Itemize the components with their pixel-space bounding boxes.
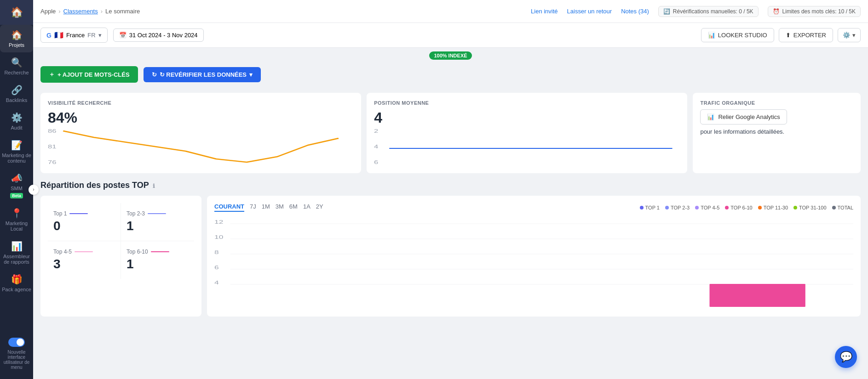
top23-value: 1 <box>126 219 189 233</box>
sidebar-collapse-toggle[interactable]: › <box>29 185 39 195</box>
breadcrumb-sep-1: › <box>58 8 60 15</box>
svg-text:10: 10 <box>214 235 223 240</box>
sidebar-item-marketing-contenu[interactable]: 📝 Marketing de contenu <box>0 135 33 168</box>
breadcrumb-sommaire[interactable]: Le sommaire <box>105 8 140 15</box>
info-icon: ℹ <box>153 183 155 189</box>
sidebar-item-recherche[interactable]: 🔍 Recherche <box>0 52 33 80</box>
visibility-title: VISIBILITÉ RECHERCHE <box>48 100 354 106</box>
sidebar-item-backlinks[interactable]: 🔗 Backlinks <box>0 80 33 107</box>
add-keywords-label: + AJOUT DE MOTS-CLÉS <box>57 71 130 78</box>
top610-value: 1 <box>126 257 189 272</box>
legend-label-top1: TOP 1 <box>645 205 660 210</box>
top1-label-text: Top 1 <box>53 210 67 217</box>
visibility-chart: 86 81 76 <box>48 129 354 166</box>
reverifications-info: 🔄 Révérifications manuelles: 0 / 5K <box>658 6 759 17</box>
svg-text:12: 12 <box>214 220 223 225</box>
legend-top45: TOP 4-5 <box>695 205 719 210</box>
svg-text:4: 4 <box>374 144 379 149</box>
svg-text:4: 4 <box>214 280 219 285</box>
looker-studio-button[interactable]: 📊 LOOKER STUDIO <box>701 28 774 42</box>
legend-total: TOTAL <box>832 205 853 210</box>
tab-1a[interactable]: 1A <box>303 203 310 212</box>
toolbar: G 🇫🇷 France FR ▾ 📅 31 Oct 2024 - 3 Nov 2… <box>33 23 868 48</box>
tab-1m[interactable]: 1M <box>262 203 270 212</box>
lien-invite-link[interactable]: Lien invité <box>531 8 558 15</box>
sidebar-logo-area[interactable]: 🏠 <box>0 0 33 25</box>
chat-bubble-button[interactable]: 💬 <box>835 346 857 368</box>
export-button[interactable]: ⬆ EXPORTER <box>779 28 833 42</box>
top1-value: 0 <box>53 219 115 233</box>
svg-text:6: 6 <box>374 160 379 165</box>
main-content: Apple › Classements › Le sommaire Lien i… <box>33 0 868 379</box>
recherche-icon: 🔍 <box>11 57 23 68</box>
sidebar-item-label: Backlinks <box>6 97 27 103</box>
top610-label-text: Top 6-10 <box>126 249 148 255</box>
add-keywords-button[interactable]: ＋ + AJOUT DE MOTS-CLÉS <box>40 66 138 83</box>
top610-color-line <box>151 251 169 252</box>
sidebar-item-audit[interactable]: ⚙️ Audit <box>0 107 33 135</box>
svg-text:81: 81 <box>48 144 57 149</box>
svg-text:8: 8 <box>214 250 219 255</box>
date-range-picker[interactable]: 📅 31 Oct 2024 - 3 Nov 2024 <box>113 28 204 42</box>
calendar-icon: 📅 <box>119 32 126 39</box>
country-selector[interactable]: G 🇫🇷 France FR ▾ <box>40 28 108 43</box>
sidebar-item-assembleur[interactable]: 📊 Assembleur de rapports <box>0 236 33 269</box>
laisser-retour-link[interactable]: Laisser un retour <box>567 8 612 15</box>
sidebar-item-label: Marketing de contenu <box>2 153 31 164</box>
chart-legend: TOP 1 TOP 2-3 TOP 4-5 <box>640 205 853 210</box>
connect-ga-button[interactable]: 📊 Relier Google Analytics <box>700 109 787 124</box>
tab-2y[interactable]: 2Y <box>316 203 323 212</box>
smm-beta-badge: Beta <box>10 193 23 198</box>
reverify-button[interactable]: ↻ ↻ REVÉRIFIER LES DONNÉES ▾ <box>144 67 261 82</box>
topnav-links: Lien invité Laisser un retour Notes (34)… <box>531 6 861 17</box>
sidebar-item-label: SMM <box>11 186 23 191</box>
dist-item-top45: Top 4-5 3 <box>48 241 121 279</box>
sidebar-bottom: Nouvelle interface utilisateur de menu <box>0 334 33 379</box>
sidebar-item-label: Audit <box>11 125 22 130</box>
new-ui-toggle[interactable] <box>8 338 25 347</box>
legend-label-top31100: TOP 31-100 <box>799 205 827 210</box>
limites-icon: ⏰ <box>773 8 780 15</box>
notes-link[interactable]: Notes (34) <box>621 8 649 15</box>
tab-6m[interactable]: 6M <box>289 203 298 212</box>
sidebar-item-label: Pack agence <box>2 287 31 292</box>
legend-top23: TOP 2-3 <box>665 205 690 210</box>
sidebar-item-label: Assembleur de rapports <box>2 254 31 265</box>
settings-button[interactable]: ⚙️ ▾ <box>838 28 861 42</box>
trafic-card: TRAFIC ORGANIQUE 📊 Relier Google Analyti… <box>693 93 861 173</box>
distribution-title: Répartition des postes TOP ℹ <box>40 181 861 190</box>
position-card: POSITION MOYENNE 4 2 4 6 <box>367 93 687 173</box>
chevron-down-icon: ▾ <box>98 32 102 39</box>
legend-dot-top1 <box>640 206 644 209</box>
pack-icon: 🎁 <box>11 274 23 285</box>
breadcrumb-apple[interactable]: Apple <box>40 8 56 15</box>
tab-7j[interactable]: 7J <box>250 203 256 212</box>
tab-3m[interactable]: 3M <box>276 203 284 212</box>
legend-top1: TOP 1 <box>640 205 660 210</box>
svg-rect-17 <box>709 284 805 307</box>
limites-text: Limites des mots clés: 10 / 5K <box>782 8 856 15</box>
country-name: France <box>66 32 85 39</box>
top45-color-line <box>75 251 93 252</box>
indexed-bar: 100% INDEXÉ <box>33 48 868 62</box>
legend-dot-top45 <box>695 206 699 209</box>
chat-icon: 💬 <box>840 351 852 363</box>
reverif-text: Révérifications manuelles: 0 / 5K <box>673 8 753 15</box>
visibility-card: VISIBILITÉ RECHERCHE 84% 86 81 76 <box>40 93 361 173</box>
sidebar-item-projets[interactable]: 🏠 Projets <box>0 25 33 52</box>
metrics-row: VISIBILITÉ RECHERCHE 84% 86 81 76 POSITI… <box>40 93 861 173</box>
sidebar-item-label: Marketing Local <box>2 221 31 232</box>
sidebar-item-label: Projets <box>9 42 24 48</box>
tab-courant[interactable]: COURANT <box>214 203 244 212</box>
breadcrumb-classements[interactable]: Classements <box>63 8 98 15</box>
position-chart: 2 4 6 <box>374 129 680 166</box>
sidebar-item-smm[interactable]: 📣 SMM Beta <box>0 168 33 203</box>
distribution-cards: Top 1 0 Top 2-3 1 <box>40 196 201 317</box>
connect-ga-label: Relier Google Analytics <box>718 113 780 120</box>
legend-top1130: TOP 11-30 <box>758 205 788 210</box>
sidebar-item-pack[interactable]: 🎁 Pack agence <box>0 269 33 297</box>
legend-label-total: TOTAL <box>838 205 853 210</box>
smm-icon: 📣 <box>11 173 23 184</box>
sidebar-item-marketing-local[interactable]: 📍 Marketing Local <box>0 203 33 236</box>
legend-dot-total <box>832 206 836 209</box>
